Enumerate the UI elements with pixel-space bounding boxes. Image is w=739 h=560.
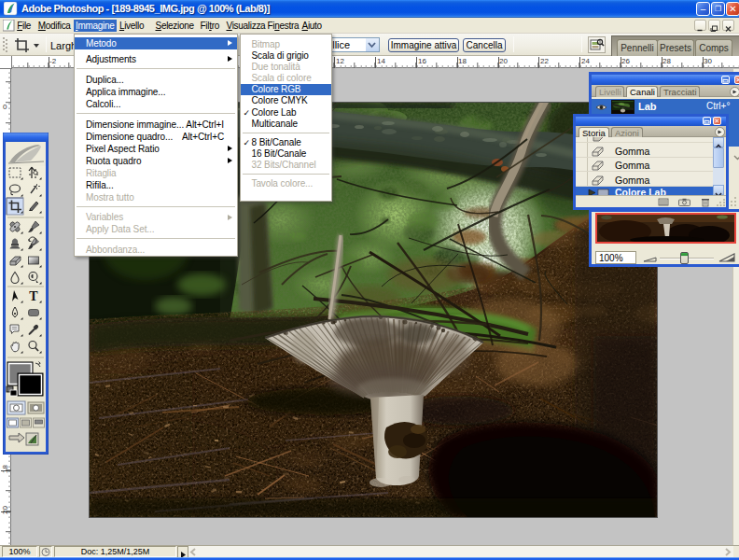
svg-text:T: T xyxy=(29,289,38,303)
